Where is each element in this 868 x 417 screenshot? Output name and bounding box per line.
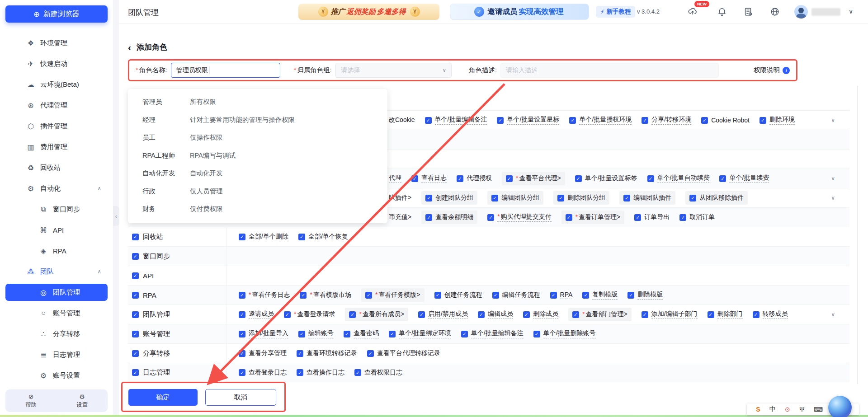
checkbox-checked-icon[interactable]: ✓ [497, 117, 504, 124]
checkbox-checked-icon[interactable]: ✓ [634, 214, 641, 221]
sidebar-item-window-sync[interactable]: ⧉窗口同步 [0, 199, 113, 220]
sidebar-item-env-mgmt[interactable]: ❖环境管理 [0, 33, 113, 53]
checkbox-checked-icon[interactable]: ✓ [642, 311, 648, 318]
checkbox-checked-icon[interactable]: ✓ [425, 195, 432, 201]
account-chevron-down-icon[interactable]: ∨ [849, 8, 853, 15]
permission-item[interactable]: ✓删除团队分组 [553, 191, 609, 205]
sidebar-item-share-transfer[interactable]: ∴分享转移 [0, 323, 113, 344]
permission-item[interactable]: ✓分享/转移环境 [642, 116, 691, 125]
help-button[interactable]: ⊘ 帮助 [5, 389, 57, 412]
permission-item[interactable]: ✓编辑账号 [298, 329, 334, 338]
permission-item[interactable]: ✓删除环境 [760, 116, 795, 125]
checkbox-checked-icon[interactable]: ✓ [487, 214, 494, 221]
permission-item[interactable]: ✓查看余额明细 [421, 211, 477, 224]
permission-item[interactable]: ✓单个/批量删除账号 [533, 329, 596, 338]
checkbox-checked-icon[interactable]: ✓ [569, 117, 576, 124]
permission-item[interactable]: ✓单个/批量自动续费 [647, 174, 710, 183]
checkbox-checked-icon[interactable]: ✓ [132, 311, 139, 318]
checkbox-checked-icon[interactable]: ✓ [132, 253, 139, 260]
dropdown-option-经理[interactable]: 经理针对主要常用功能的管理与操作权限 [128, 111, 387, 129]
sidebar-item-team-mgmt[interactable]: ◎团队管理 [5, 284, 108, 301]
checkbox-checked-icon[interactable]: ✓ [239, 369, 245, 376]
permission-item[interactable]: ✓RPA [550, 291, 573, 299]
dropdown-option-行政[interactable]: 行政仅人员管理 [128, 183, 387, 201]
checkbox-checked-icon[interactable]: ✓ [349, 311, 356, 318]
permission-item[interactable]: ✓创建团队分组 [421, 191, 477, 205]
checkbox-checked-icon[interactable]: ✓ [425, 214, 432, 221]
role-name-input[interactable]: 管理员权限 [171, 63, 280, 78]
permission-item[interactable]: ✓全部/单个删除 [239, 233, 288, 241]
permission-item[interactable]: ✓复制模版 [582, 290, 618, 300]
permission-item[interactable]: ✓*查看部门管理> [568, 308, 632, 321]
permission-item[interactable]: ✓删除模版 [627, 290, 663, 300]
checkbox-checked-icon[interactable]: ✓ [239, 292, 245, 299]
checkbox-checked-icon[interactable]: ✓ [411, 175, 418, 182]
checkbox-checked-icon[interactable]: ✓ [389, 331, 396, 337]
permission-item[interactable]: ✓*查看所有成员> [345, 308, 408, 321]
permission-item[interactable]: ✓查看密码 [344, 329, 379, 338]
checkbox-checked-icon[interactable]: ✓ [491, 195, 498, 201]
row-chevron-down-icon[interactable]: ∨ [831, 305, 835, 324]
sidebar-item-cloud-env[interactable]: ☁云环境(Beta) [0, 74, 113, 95]
permission-item[interactable]: ✓编辑任务流程 [492, 291, 540, 299]
checkbox-checked-icon[interactable]: ✓ [478, 311, 485, 318]
sidebar-item-proxy-mgmt[interactable]: ⊛代理管理 [0, 95, 113, 116]
checkbox-checked-icon[interactable]: ✓ [523, 311, 530, 318]
checkbox-checked-icon[interactable]: ✓ [365, 292, 372, 299]
permission-item[interactable]: ✓Cookie Robot [701, 117, 750, 124]
sidebar-item-api[interactable]: ⌘API [0, 220, 113, 240]
checkbox-checked-icon[interactable]: ✓ [642, 117, 648, 124]
checkbox-checked-icon[interactable]: ✓ [647, 175, 654, 182]
ime-mode-icon[interactable]: ⊙ [785, 406, 790, 413]
dropdown-option-RPA工程师[interactable]: RPA工程师RPA编写与调试 [128, 147, 387, 165]
checkbox-checked-icon[interactable]: ✓ [132, 350, 139, 357]
sidebar-item-plugin-mgmt[interactable]: ⬡插件管理 [0, 116, 113, 136]
checkbox-checked-icon[interactable]: ✓ [623, 195, 630, 201]
permission-item[interactable]: ✓查看权限日志 [354, 369, 402, 377]
permission-item[interactable]: ✓单个/批量编辑备注 [425, 116, 487, 125]
checkbox-checked-icon[interactable]: ✓ [298, 234, 305, 240]
permission-item[interactable]: ✓单个/批量编辑备注 [461, 329, 524, 338]
checkbox-checked-icon[interactable]: ✓ [760, 117, 766, 124]
checkbox-checked-icon[interactable]: ✓ [300, 292, 307, 299]
dropdown-option-自动化开发[interactable]: 自动化开发自动化开发 [128, 164, 387, 183]
permission-item[interactable]: ✓单个/批量设置星标 [497, 116, 559, 125]
checkbox-checked-icon[interactable]: ✓ [297, 369, 303, 376]
checkbox-checked-icon[interactable]: ✓ [132, 272, 139, 279]
permission-note-link[interactable]: 权限说明 i [754, 66, 790, 75]
avatar[interactable] [794, 5, 808, 19]
permission-item[interactable]: ✓启用/禁用成员 [418, 310, 468, 319]
permission-item[interactable]: ✓添加/编辑子部门 [642, 310, 698, 319]
checkbox-checked-icon[interactable]: ✓ [344, 331, 350, 337]
checkbox-checked-icon[interactable]: ✓ [132, 369, 139, 376]
checkbox-checked-icon[interactable]: ✓ [572, 311, 579, 318]
checkbox-checked-icon[interactable]: ✓ [239, 350, 245, 357]
permission-item[interactable]: ✓编辑团队分组 [487, 191, 543, 205]
permission-item[interactable]: ✓*查看登录请求 [284, 310, 335, 319]
permission-item[interactable]: ✓删除成员 [523, 310, 558, 319]
keyboard-icon[interactable]: ⌨ [814, 406, 823, 413]
checkbox-checked-icon[interactable]: ✓ [425, 117, 432, 124]
checkbox-checked-icon[interactable]: ✓ [461, 331, 468, 337]
ime-logo-icon[interactable]: S [756, 406, 760, 413]
checkbox-checked-icon[interactable]: ✓ [533, 331, 540, 337]
permission-item[interactable]: ✓查看分享管理 [239, 349, 287, 357]
checkbox-checked-icon[interactable]: ✓ [708, 311, 714, 318]
promo-banner-invite[interactable]: ✓ 邀请成员实现高效管理 [450, 4, 589, 20]
checkbox-checked-icon[interactable]: ✓ [679, 214, 686, 221]
permission-item[interactable]: ✓单个/批量设置标签 [575, 174, 637, 183]
permission-item[interactable]: ✓单个/批量续费 [719, 174, 769, 183]
permission-item[interactable]: ✓*查看任务模版> [361, 288, 425, 302]
sidebar-item-account-settings[interactable]: ⚙账号设置 [0, 365, 113, 386]
checkbox-checked-icon[interactable]: ✓ [689, 195, 696, 201]
checkbox-checked-icon[interactable]: ✓ [239, 234, 245, 240]
sidebar-item-rpa[interactable]: ◈RPA [0, 240, 113, 261]
checkbox-checked-icon[interactable]: ✓ [575, 175, 582, 182]
row-chevron-down-icon[interactable]: ∨ [831, 111, 835, 130]
sidebar-collapse-handle[interactable]: ‹ [113, 206, 119, 226]
role-desc-input[interactable]: 请输入描述 [500, 63, 719, 78]
checkbox-checked-icon[interactable]: ✓ [239, 331, 245, 337]
checkbox-checked-icon[interactable]: ✓ [132, 234, 139, 240]
new-browser-button[interactable]: ⊕ 新建浏览器 [5, 5, 108, 23]
role-group-select[interactable]: 请选择 ∨ [335, 63, 452, 78]
